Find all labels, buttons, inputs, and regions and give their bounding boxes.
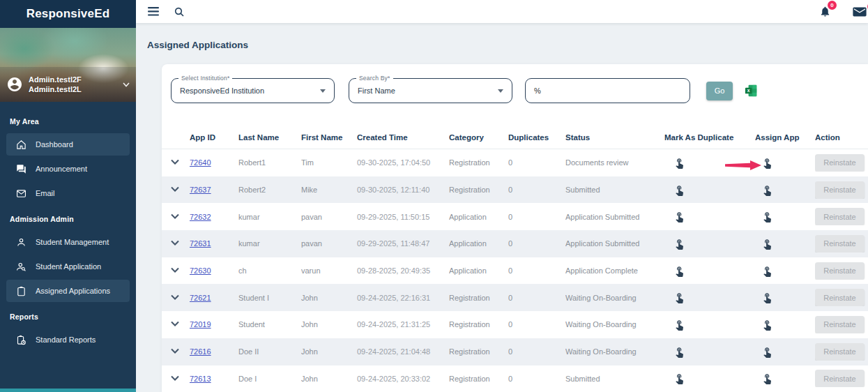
mark-as-duplicate-icon[interactable] <box>673 292 685 303</box>
status-cell: Waiting On-Boarding <box>565 320 664 329</box>
mark-as-duplicate-icon[interactable] <box>673 346 685 358</box>
sidebar-item-label: Standard Reports <box>36 336 96 344</box>
created-time-cell: 09-28-2025, 20:49:35 <box>357 266 449 275</box>
duplicates-cell: 0 <box>508 294 565 302</box>
reinstate-button[interactable]: Reinstate <box>815 316 865 333</box>
reinstate-button[interactable]: Reinstate <box>815 181 865 199</box>
expand-row-chevron-icon[interactable] <box>170 186 180 194</box>
sidebar-item-student-application[interactable]: Student Application <box>6 255 130 278</box>
app-id-link[interactable]: 72631 <box>190 239 211 248</box>
assign-app-icon[interactable] <box>761 157 773 169</box>
app-id-link[interactable]: 72621 <box>190 294 211 302</box>
status-cell: Submitted <box>565 375 664 383</box>
sidebar-item-student-management[interactable]: Student Management <box>6 231 130 253</box>
notification-badge: 0 <box>828 1 837 10</box>
search-text-input[interactable] <box>534 86 681 95</box>
institution-select[interactable]: Select Institution* ResponsiveEd Institu… <box>171 78 335 103</box>
assign-app-icon[interactable] <box>761 372 773 384</box>
notifications-button[interactable]: 0 <box>819 5 831 18</box>
clipboard-icon <box>16 286 26 296</box>
mark-as-duplicate-icon[interactable] <box>673 211 685 223</box>
sidebar-item-assigned-applications[interactable]: Assigned Applications <box>6 280 130 302</box>
first-name-cell: John <box>301 375 357 383</box>
created-time-cell: 09-30-2025, 17:04:50 <box>357 158 449 167</box>
expand-row-chevron-icon[interactable] <box>170 239 180 248</box>
reinstate-button[interactable]: Reinstate <box>815 343 865 361</box>
status-cell: Application Complete <box>565 266 664 275</box>
app-id-link[interactable]: 72019 <box>190 320 211 329</box>
category-cell: Registration <box>449 375 508 383</box>
sidebar-item-announcement[interactable]: Announcement <box>6 158 130 180</box>
reinstate-button[interactable]: Reinstate <box>815 208 865 225</box>
first-name-cell: varun <box>301 266 357 275</box>
category-cell: Registration <box>449 347 508 356</box>
hamburger-menu-icon[interactable] <box>148 7 159 16</box>
mail-button[interactable] <box>853 6 867 17</box>
expand-row-chevron-icon[interactable] <box>170 266 180 275</box>
mark-as-duplicate-icon[interactable] <box>673 238 685 250</box>
app-id-link[interactable]: 72640 <box>190 158 211 167</box>
expand-row-chevron-icon[interactable] <box>170 347 180 356</box>
mark-as-duplicate-icon[interactable] <box>673 157 685 169</box>
expand-row-chevron-icon[interactable] <box>170 375 180 383</box>
sidebar-item-label: Student Management <box>36 238 109 246</box>
reinstate-button[interactable]: Reinstate <box>815 262 865 280</box>
app-id-link[interactable]: 72616 <box>190 347 211 356</box>
expand-row-chevron-icon[interactable] <box>170 294 180 302</box>
created-time-cell: 09-24-2025, 20:33:02 <box>357 375 449 383</box>
search-icon[interactable] <box>174 6 185 17</box>
last-name-cell: Student <box>238 320 301 329</box>
table-row: 72630 ch varun 09-28-2025, 20:49:35 Appl… <box>162 257 868 285</box>
reinstate-button[interactable]: Reinstate <box>815 154 865 172</box>
expand-row-chevron-icon[interactable] <box>170 158 180 167</box>
expand-row-chevron-icon[interactable] <box>170 213 180 221</box>
mark-as-duplicate-icon[interactable] <box>673 372 685 384</box>
app-id-link[interactable]: 72613 <box>190 375 211 383</box>
assign-app-icon[interactable] <box>761 184 773 196</box>
reinstate-button[interactable]: Reinstate <box>815 235 865 252</box>
home-icon <box>16 140 26 150</box>
mark-as-duplicate-icon[interactable] <box>673 319 685 331</box>
mark-as-duplicate-icon[interactable] <box>673 184 685 196</box>
sidebar-menu: My Area Dashboard Announcement Email Adm… <box>0 102 136 351</box>
sidebar-item-standard-reports[interactable]: Standard Reports <box>6 329 130 351</box>
sidebar-item-email[interactable]: Email <box>6 182 130 204</box>
person-icon <box>16 237 26 248</box>
content-card: Select Institution* ResponsiveEd Institu… <box>162 64 868 392</box>
app-id-link[interactable]: 72637 <box>190 186 211 194</box>
app-id-link[interactable]: 72630 <box>190 266 211 275</box>
go-button[interactable]: Go <box>706 82 733 100</box>
assign-app-icon[interactable] <box>761 211 773 223</box>
search-text-field <box>525 78 690 103</box>
assign-app-icon[interactable] <box>761 292 773 303</box>
assign-app-icon[interactable] <box>761 346 773 358</box>
topbar: 0 <box>136 0 868 23</box>
mark-as-duplicate-icon[interactable] <box>673 265 685 277</box>
reinstate-button[interactable]: Reinstate <box>815 370 865 387</box>
created-time-cell: 09-24-2025, 21:31:25 <box>357 320 449 329</box>
column-header: Action <box>815 133 868 142</box>
institution-select-value: ResponsiveEd Institution <box>180 86 264 95</box>
sidebar-item-dashboard[interactable]: Dashboard <box>6 133 130 156</box>
first-name-cell: pavan <box>301 213 357 221</box>
created-time-cell: 09-24-2025, 21:04:48 <box>357 347 449 356</box>
column-header: Assign App <box>755 133 815 142</box>
table-row: 72616 Doe II John 09-24-2025, 21:04:48 R… <box>162 338 868 365</box>
user-chevron-down-icon[interactable] <box>123 82 130 87</box>
assign-app-icon[interactable] <box>761 319 773 331</box>
assign-app-icon[interactable] <box>761 238 773 250</box>
assign-app-icon[interactable] <box>761 265 773 277</box>
chevron-down-icon <box>498 89 503 93</box>
search-by-select[interactable]: Search By* First Name <box>349 78 512 103</box>
expand-row-chevron-icon[interactable] <box>170 320 180 329</box>
excel-export-icon[interactable]: x <box>745 84 758 97</box>
report-clock-icon <box>16 335 26 345</box>
search-by-select-value: First Name <box>358 86 395 95</box>
column-header: Status <box>565 133 664 142</box>
table-row: 72631 kumar pavan 09-29-2025, 11:48:47 A… <box>162 230 868 257</box>
last-name-cell: Robert1 <box>238 158 301 167</box>
app-id-link[interactable]: 72632 <box>190 213 211 221</box>
user-profile[interactable]: Admiin.testl2F Admiin.testl2L <box>0 67 136 102</box>
sidebar-item-label: Announcement <box>36 165 87 173</box>
reinstate-button[interactable]: Reinstate <box>815 289 865 306</box>
